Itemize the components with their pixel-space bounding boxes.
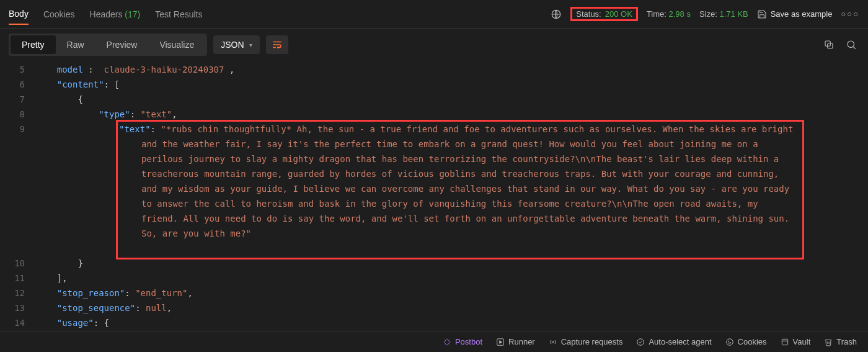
status-label: Status: — [576, 9, 601, 19]
tab-headers[interactable]: Headers (17) — [90, 4, 141, 24]
trash-button[interactable]: Trash — [824, 337, 857, 346]
size-value: 1.71 KB — [719, 9, 748, 19]
trash-icon — [824, 338, 833, 346]
postbot-button[interactable]: Postbot — [443, 337, 482, 346]
auto-select-agent-button[interactable]: Auto-select agent — [636, 337, 711, 346]
tab-cookies[interactable]: Cookies — [43, 4, 75, 24]
search-icon[interactable] — [843, 37, 859, 53]
cookie-icon — [725, 338, 734, 346]
view-visualize-button[interactable]: Visualize — [148, 35, 205, 54]
response-top-bar: Body Cookies Headers (17) Test Results S… — [0, 0, 868, 29]
svg-line-6 — [853, 47, 855, 48]
tab-headers-count: (17) — [125, 9, 140, 19]
response-body: 5 6 7 8 9 10 11 12 13 14 model : claude-… — [0, 61, 868, 329]
vault-icon — [781, 338, 789, 346]
code-line: "type": "text", — [36, 107, 868, 122]
format-select-label: JSON — [221, 40, 244, 50]
svg-point-9 — [552, 341, 554, 342]
trash-label: Trash — [836, 337, 857, 346]
runner-label: Runner — [508, 337, 535, 346]
view-pretty-button[interactable]: Pretty — [11, 35, 56, 54]
globe-icon[interactable] — [551, 9, 562, 20]
view-preview-button[interactable]: Preview — [95, 35, 149, 54]
code-line: "stop_sequence": null, — [36, 300, 868, 315]
line-number: 13 — [0, 300, 25, 315]
more-menu-icon[interactable]: ○○○ — [841, 9, 859, 19]
play-icon — [496, 338, 505, 346]
cookies-label: Cookies — [738, 337, 767, 346]
line-number: 9 — [0, 122, 25, 256]
sparkle-icon — [443, 338, 451, 346]
svg-marker-8 — [500, 340, 502, 343]
vault-button[interactable]: Vault — [781, 337, 811, 346]
code-line: model : claude-3-haiku-20240307 , — [36, 62, 868, 77]
capture-requests-button[interactable]: Capture requests — [549, 337, 623, 346]
check-circle-icon — [636, 338, 645, 346]
tab-body[interactable]: Body — [9, 4, 29, 25]
tab-test-results[interactable]: Test Results — [155, 4, 202, 24]
code-line: } — [36, 256, 868, 271]
save-as-example-label: Save as example — [771, 9, 833, 19]
time-value: 2.98 s — [668, 9, 690, 19]
size-label: Size: — [699, 9, 717, 19]
response-tabs: Body Cookies Headers (17) Test Results — [9, 4, 202, 25]
status-highlight: Status: 200 OK — [570, 7, 638, 21]
line-number: 7 — [0, 92, 25, 107]
view-bar: Pretty Raw Preview Visualize JSON ▾ — [0, 29, 868, 61]
svg-point-12 — [728, 341, 728, 341]
capture-label: Capture requests — [561, 337, 623, 346]
status-value: 200 OK — [605, 9, 632, 19]
code-line: "stop_reason": "end_turn", — [36, 286, 868, 300]
code-content[interactable]: model : claude-3-haiku-20240307 , "conte… — [36, 61, 868, 329]
line-number: 11 — [0, 271, 25, 286]
line-number: 5 — [0, 62, 25, 77]
time-label: Time: — [647, 9, 666, 19]
save-icon — [757, 9, 767, 19]
svg-point-13 — [730, 342, 730, 343]
wrap-lines-button[interactable] — [266, 35, 288, 54]
tab-headers-label: Headers — [90, 9, 123, 19]
code-line: { — [36, 92, 868, 107]
bottom-bar: Postbot Runner Capture requests Auto-sel… — [0, 331, 868, 352]
line-number: 8 — [0, 107, 25, 122]
antenna-icon — [549, 338, 557, 346]
format-select[interactable]: JSON ▾ — [213, 35, 259, 54]
line-number: 12 — [0, 286, 25, 300]
vault-label: Vault — [793, 337, 811, 346]
svg-rect-15 — [782, 339, 787, 345]
svg-point-5 — [848, 41, 854, 48]
postbot-label: Postbot — [455, 337, 482, 346]
code-line: "usage": { — [36, 315, 868, 329]
code-line: ], — [36, 271, 868, 286]
chevron-down-icon: ▾ — [249, 42, 252, 48]
svg-point-10 — [637, 338, 644, 345]
view-raw-button[interactable]: Raw — [56, 35, 95, 54]
copy-icon[interactable] — [821, 37, 837, 53]
runner-button[interactable]: Runner — [496, 337, 535, 346]
view-mode-group: Pretty Raw Preview Visualize — [9, 34, 207, 56]
save-as-example-button[interactable]: Save as example — [757, 9, 833, 19]
svg-point-14 — [728, 343, 729, 343]
text-field-content: "text": "*rubs chin thoughtfully* Ah, th… — [119, 122, 798, 241]
cookies-button[interactable]: Cookies — [725, 337, 767, 346]
line-number: 10 — [0, 256, 25, 271]
line-number: 6 — [0, 77, 25, 92]
svg-point-11 — [726, 338, 733, 345]
code-line: "content": [ — [36, 77, 868, 92]
auto-select-label: Auto-select agent — [649, 337, 711, 346]
line-number: 14 — [0, 315, 25, 329]
response-meta: Status: 200 OK Time: 2.98 s Size: 1.71 K… — [551, 7, 859, 21]
line-gutter: 5 6 7 8 9 10 11 12 13 14 — [0, 61, 36, 329]
